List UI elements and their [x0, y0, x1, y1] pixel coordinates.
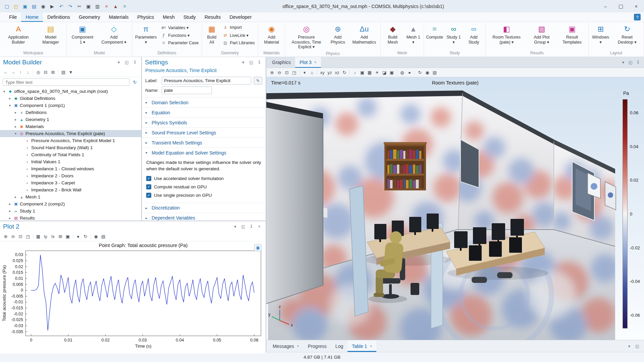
section-header-discretization[interactable]: ▸Discretization [142, 203, 266, 213]
menu-mesh[interactable]: Mesh [158, 12, 179, 22]
float-panel-icon[interactable]: ◱ [634, 343, 641, 350]
redo-icon[interactable]: ↷ [66, 2, 74, 10]
y-log-scale-icon[interactable]: ly [42, 233, 49, 240]
ribbon-variables[interactable]: a=Variables ▾ [159, 24, 200, 31]
tree-item-geometry-1[interactable]: ▸▲Geometry 1 [0, 116, 141, 123]
grid-lines-icon[interactable]: ▦ [35, 233, 42, 240]
paste-icon[interactable]: ▥ [93, 2, 102, 10]
go-to-yz-view-icon[interactable]: yz [326, 69, 333, 76]
panel-menu-icon[interactable]: ▾ [620, 59, 627, 66]
expand-all-icon[interactable]: ⊞ [49, 69, 57, 76]
checkbox-use-single-precision-on-gpu[interactable]: ✓Use single precision on GPU [146, 191, 261, 199]
ribbon-build-all[interactable]: ▦Build All [203, 23, 220, 46]
copy-icon[interactable]: ▣ [84, 2, 93, 10]
ribbon-part-libraries[interactable]: ▥Part Libraries [221, 40, 256, 46]
zoom-in-icon[interactable]: ⊕ [268, 69, 276, 76]
ribbon-mesh-1[interactable]: ▲Mesh 1 ▾ [404, 23, 423, 46]
ribbon-add-material[interactable]: ◉Add Material [259, 23, 284, 46]
ribbon-add-physics[interactable]: ⊛Add Physics [326, 23, 349, 46]
tab-table-1[interactable]: Table 1× [347, 340, 376, 352]
minimize-button[interactable]: – [598, 0, 613, 12]
tree-item-impedance-3-carpet[interactable]: ▪Impedance 3 - Carpet [0, 179, 141, 186]
expand-arrow-icon[interactable]: ▸ [8, 202, 12, 206]
name-input[interactable] [162, 86, 212, 94]
copy-image-icon[interactable]: ▣ [359, 69, 366, 76]
ribbon-build-mesh[interactable]: ◆Build Mesh [382, 23, 404, 46]
tab-progress[interactable]: Progress [304, 340, 331, 352]
lock-axes-icon[interactable]: ▣ [64, 233, 71, 240]
tree-item-impedance-2-brick-wall[interactable]: ▪Impedance 2 - Brick Wall [0, 186, 141, 193]
zoom-in-icon[interactable]: ⊕ [2, 233, 9, 240]
show-grid-icon[interactable]: ▦ [366, 69, 373, 76]
section-header-sound-pressure-level-settings[interactable]: ▸Sound Pressure Level Settings [142, 127, 266, 137]
filter-input[interactable] [3, 78, 129, 86]
snapshot-icon[interactable]: ◉ [39, 2, 47, 10]
ribbon-parameters[interactable]: πParameters ▾ [133, 23, 159, 46]
environment-icon[interactable]: ◍ [398, 69, 406, 76]
navigate-back-icon[interactable]: ← [2, 69, 9, 76]
section-header-dependent-variables[interactable]: ▸Dependent Variables [142, 213, 266, 221]
ribbon-import[interactable]: ⇓Import [221, 24, 256, 31]
ribbon-reset-desktop[interactable]: ↻Reset Desktop ▾ [611, 23, 643, 46]
expand-arrow-icon[interactable]: ▾ [2, 89, 6, 93]
update-plot-icon[interactable]: ↻ [416, 69, 424, 76]
float-panel-icon[interactable]: ◱ [123, 59, 130, 66]
save-copy-icon[interactable]: ▤ [30, 2, 38, 10]
float-panel-icon[interactable]: ◱ [240, 223, 247, 230]
go-to-xz-view-icon[interactable]: xz [333, 69, 341, 76]
tree-item-impedance-1-closed-windows[interactable]: ▪Impedance 1 - Closed windows [0, 165, 141, 172]
filter-nodes-icon[interactable]: ▼ [67, 69, 74, 76]
zoom-extents-icon[interactable]: ◳ [24, 233, 32, 240]
tree-item-results[interactable]: ▸▧Results [0, 215, 141, 221]
checkbox-compute-residual-on-gpu[interactable]: ✓Compute residual on GPU [146, 183, 261, 191]
pin-panel-icon[interactable]: ↧ [131, 59, 138, 66]
lock-view-icon[interactable]: ▣ [388, 69, 395, 76]
maximize-button[interactable]: ▢ [613, 0, 629, 12]
ribbon-add-component[interactable]: ◇Add Component ▾ [97, 23, 130, 46]
expand-arrow-icon[interactable]: ▸ [8, 216, 12, 220]
color-theme-icon[interactable]: ● [406, 69, 413, 76]
ribbon-pressure-acoustics-time-explicit[interactable]: ◎Pressure Acoustics, Time Explicit ▾ [286, 23, 326, 51]
expand-arrow-icon[interactable]: ▸ [8, 97, 12, 100]
scene-light-icon[interactable]: ☀ [373, 69, 381, 76]
expand-arrow-icon[interactable]: ▸ [13, 125, 18, 128]
ribbon-model-manager[interactable]: ▤Model Manager [36, 23, 66, 46]
section-header-equation[interactable]: ▸Equation [142, 107, 266, 117]
panel-menu-icon[interactable]: ▾ [232, 223, 238, 230]
float-panel-icon[interactable]: ◱ [627, 59, 634, 66]
graphics-viewport[interactable]: z x y Time=0.017 s Room Textures (pate) … [266, 77, 644, 340]
play-sound-icon[interactable]: ♪ [351, 69, 359, 76]
tree-item-continuity-of-total-fields-1[interactable]: ▪Continuity of Total Fields 1 [0, 151, 141, 158]
collapse-all-icon[interactable]: ⊟ [42, 69, 49, 76]
panel-menu-icon[interactable]: ▾ [240, 59, 247, 66]
panel-menu-icon[interactable]: ▾ [626, 343, 633, 350]
expand-arrow-icon[interactable]: ▸ [13, 118, 18, 121]
ribbon-application-builder[interactable]: AApplication Builder [1, 23, 36, 46]
tree-item-sound-hard-boundary-wall-1[interactable]: ▪Sound Hard Boundary (Wall) 1 [0, 144, 141, 151]
zoom-out-icon[interactable]: ⊖ [9, 233, 17, 240]
float-panel-icon[interactable]: ◱ [248, 59, 255, 66]
close-tab-icon[interactable]: × [370, 344, 372, 349]
ribbon-study-1[interactable]: ∞Study 1 ▾ [444, 23, 464, 46]
menu-results[interactable]: Results [200, 12, 225, 22]
section-header-model-equation-and-solver-settings[interactable]: ▾Model Equation and Solver Settings [142, 147, 266, 158]
undo-icon[interactable]: ↶ [57, 2, 65, 10]
tree-item-definitions[interactable]: ▸≡Definitions [0, 109, 141, 116]
print-icon[interactable]: ▤ [431, 69, 438, 76]
section-header-physics-symbols[interactable]: ▸Physics Symbols [142, 117, 266, 127]
ribbon-add-mathematics[interactable]: ΔuAdd Mathematics [349, 23, 379, 46]
update-plot-icon[interactable]: ↻ [82, 233, 89, 240]
tree-item-materials[interactable]: ▸◉Materials [0, 123, 141, 130]
zoom-box-icon[interactable]: ⊡ [283, 69, 290, 76]
zoom-box-icon[interactable]: ⊡ [17, 233, 24, 240]
go-to-xy-view-icon[interactable]: xy [319, 69, 326, 76]
zoom-out-icon[interactable]: ⊖ [276, 69, 283, 76]
move-up-icon[interactable]: ↑ [17, 69, 24, 76]
zoom-extents-icon[interactable]: ◳ [290, 69, 298, 76]
open-file-icon[interactable]: ◰ [12, 2, 20, 10]
tree-item-impedance-2-doors[interactable]: ▪Impedance 2 - Doors [0, 172, 141, 179]
view-orientation-icon[interactable]: ▾ [301, 69, 308, 76]
close-tab-icon[interactable]: × [314, 60, 317, 65]
tree-item-initial-values-1[interactable]: ▪Initial Values 1 [0, 158, 141, 165]
ribbon-add-plot-group[interactable]: ▧Add Plot Group ▾ [527, 23, 557, 46]
